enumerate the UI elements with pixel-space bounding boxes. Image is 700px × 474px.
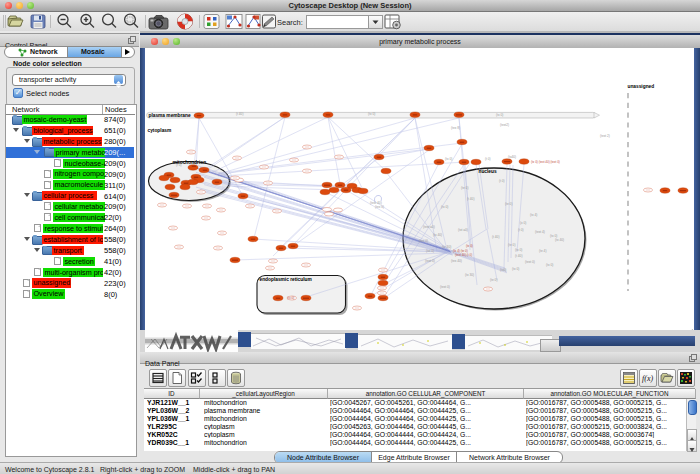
- svg-text:(t 40): (t 40): [515, 254, 522, 258]
- svg-text:f(x): f(x): [642, 374, 653, 383]
- svg-text:(txt a0): (txt a0): [458, 228, 468, 232]
- svg-text:plasma membrane: plasma membrane: [149, 113, 191, 118]
- svg-text:(tx 30): (tx 30): [465, 273, 474, 277]
- svg-text:(text 2): (text 2): [600, 134, 610, 138]
- svg-text:(tx 0): (tx 0): [515, 248, 522, 252]
- svg-text:(t 40): (t 40): [492, 235, 499, 239]
- svg-text:(tx 0): (tx 0): [496, 113, 503, 117]
- svg-text:(tx 0): (tx 0): [287, 296, 294, 300]
- svg-text:(text 0): (text 0): [425, 259, 435, 263]
- svg-text:(x 0): (x 0): [520, 221, 526, 225]
- svg-text:(tx 4): (tx 4): [530, 213, 537, 217]
- svg-text:(t 40): (t 40): [467, 197, 474, 201]
- svg-text:(tx 0): (tx 0): [546, 263, 553, 267]
- svg-text:(text 40) (t 0): (text 40) (t 0): [455, 253, 472, 257]
- svg-text:(tex 40): (tex 40): [451, 259, 462, 263]
- svg-text:(tx 0): (tx 0): [368, 112, 375, 116]
- svg-text:(t 0): (t 0): [485, 157, 491, 161]
- svg-text:(tx40): (tx40): [508, 155, 516, 159]
- svg-text:(tx 0) (text 40) (text 0): (tx 0) (text 40) (text 0): [531, 160, 560, 164]
- svg-text:(te 0): (te 0): [505, 202, 512, 206]
- svg-text:(tex 8): (tex 8): [451, 126, 460, 130]
- svg-text:endoplasmic reticulum: endoplasmic reticulum: [260, 277, 312, 282]
- svg-text:(t 0): (t 0): [518, 228, 524, 232]
- svg-text:(text 4): (text 4): [535, 230, 545, 234]
- svg-text:(tx 0): (tx 0): [466, 244, 473, 248]
- svg-text:mitochondrion: mitochondrion: [173, 160, 207, 165]
- svg-text:(te 30): (te 30): [442, 245, 451, 249]
- svg-text:(text 0): (text 0): [525, 260, 535, 264]
- svg-text:(tx 0): (tx 0): [445, 157, 452, 161]
- svg-text:(tex 0): (tex 0): [419, 239, 428, 243]
- svg-text:(text 0): (text 0): [440, 285, 450, 289]
- svg-text:(tx 40): (tx 40): [433, 233, 442, 237]
- svg-text:(text2): (text2): [500, 123, 509, 127]
- svg-text:cytoplasm: cytoplasm: [148, 128, 172, 133]
- svg-text:(tx 0): (tx 0): [441, 205, 448, 209]
- svg-text:(text a0): (text a0): [423, 225, 435, 229]
- svg-text:(txt 0): (txt 0): [426, 249, 434, 253]
- svg-text:(tx 40): (tx 40): [555, 238, 564, 242]
- svg-text:(te 4): (te 4): [539, 249, 546, 253]
- svg-text:(te 0): (te 0): [508, 243, 515, 247]
- svg-text:(t 0): (t 0): [499, 179, 505, 183]
- svg-text:(tx0): (tx0): [500, 268, 506, 272]
- svg-text:(tx 0): (tx 0): [512, 267, 519, 271]
- svg-text:(tx 0): (tx 0): [550, 234, 557, 238]
- svg-text:(te 0): (te 0): [490, 278, 497, 282]
- svg-text:(tex 0): (tex 0): [375, 205, 384, 209]
- svg-text:unassigned: unassigned: [628, 84, 655, 89]
- svg-text:(te 0): (te 0): [461, 186, 468, 190]
- svg-text:nucleus: nucleus: [479, 169, 497, 174]
- svg-text:(t 40): (t 40): [236, 112, 243, 116]
